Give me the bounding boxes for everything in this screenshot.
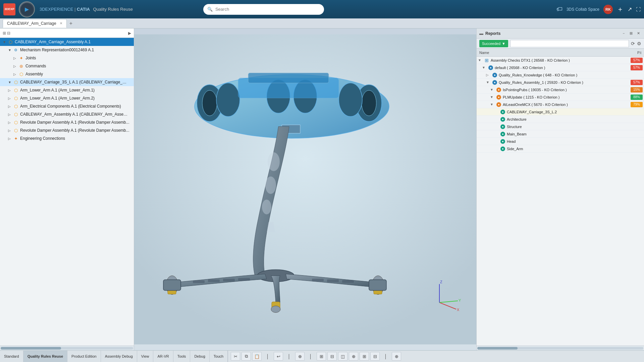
r-item-cableway-l2[interactable]: ● CABLEWAY_Carriage_3S_L.2 xyxy=(477,108,644,116)
tree-revolute-2[interactable]: ▷ ⬡ Revolute Damper Assembly A.1 (Revolu… xyxy=(0,126,134,134)
settings-icon[interactable]: ⚙ xyxy=(637,41,641,46)
tab-tools[interactable]: Tools xyxy=(173,351,191,362)
tool-copy[interactable]: ⧉ xyxy=(241,352,251,361)
user-avatar[interactable]: RK xyxy=(603,5,613,14)
r-item-side-arm[interactable]: ● Side_Arm xyxy=(477,145,644,153)
logo-icon: 3DEXP xyxy=(3,3,15,15)
tab-view-label: View xyxy=(141,354,149,358)
search-input[interactable] xyxy=(215,7,320,12)
tab-standard[interactable]: Standard xyxy=(0,351,23,362)
r-item-qrk[interactable]: ▷ ● Quality_Rules_Knowledge ( 648 - KO C… xyxy=(477,71,644,79)
new-tab-button[interactable]: + xyxy=(67,20,74,26)
reports-hscroll-thumb[interactable] xyxy=(477,347,518,350)
r-item-ipp[interactable]: ▼ ● IsPointingPubs ( 19035 - KO Criterio… xyxy=(477,86,644,94)
tool-cut[interactable]: ✂ xyxy=(231,352,240,361)
tab-view[interactable]: View xyxy=(137,351,154,362)
r-item-plm[interactable]: ▼ ● PLMUpdate ( 1215 - KO Criterion ) 88… xyxy=(477,94,644,101)
r-item-architecture[interactable]: ● Architecture xyxy=(477,116,644,123)
reports-search-input[interactable] xyxy=(513,42,627,46)
tool-annotate[interactable]: ⊞ xyxy=(360,352,369,361)
r-item-main-beam[interactable]: ● Main_Beam xyxy=(477,130,644,138)
add-icon[interactable]: ＋ xyxy=(617,5,624,14)
reports-toolbar: Succeeded ▼ ⟳ ⚙ xyxy=(477,39,644,49)
r-item-assembly-checks[interactable]: ▼ ⊞ Assembly Checks DTX1 ( 26568 - KO Cr… xyxy=(477,57,644,64)
maximize-icon[interactable]: ⛶ xyxy=(636,7,641,12)
tool-measure[interactable]: ⊟ xyxy=(327,352,337,361)
expand-joints: ▷ xyxy=(13,56,18,60)
tab-ar-vr[interactable]: AR-VR xyxy=(153,351,173,362)
svg-rect-11 xyxy=(248,73,329,83)
share-icon[interactable]: ↗ xyxy=(628,6,632,12)
r-icon-plm: ● xyxy=(496,95,502,100)
tree-commands[interactable]: ▷ ⊛ Commands xyxy=(0,62,134,70)
tab-product-edition[interactable]: Product Edition xyxy=(67,351,101,362)
tree-eng-connections-label: Engineering Connections xyxy=(20,136,65,141)
reports-collapse-icon[interactable]: ▬ xyxy=(479,31,483,36)
annotate-icon: ⊞ xyxy=(363,354,366,359)
tree-root[interactable]: ▼ ⬡ CABLEWAY_Arm_Carriage_Assembly A.1 xyxy=(0,38,134,46)
expand-cableway: ▼ xyxy=(8,80,13,84)
refresh-icon[interactable]: ⟳ xyxy=(631,41,635,46)
tab-debug[interactable]: Debug xyxy=(190,351,209,362)
tab-touch[interactable]: Touch xyxy=(210,351,228,362)
revolute-2-icon: ⬡ xyxy=(13,127,19,133)
svg-text:Y: Y xyxy=(459,298,461,302)
tab-close-icon[interactable]: ✕ xyxy=(60,21,62,25)
reports-hscroll[interactable] xyxy=(477,346,644,350)
tree-electrical[interactable]: ▷ ⬡ Arm_Electrical Components A.1 (Elect… xyxy=(0,102,134,110)
status-dropdown[interactable]: Succeeded ▼ xyxy=(479,40,508,47)
tree-arm-lower-2[interactable]: ▷ ⬡ Arm_Lower_Arm A.1 (Arm_Lower_Arm.2) xyxy=(0,94,134,102)
r-circle-icon-10: ● xyxy=(500,132,505,136)
tree-eng-connections[interactable]: ▷ ✦ Engineering Connections xyxy=(0,134,134,142)
reports-hscroll-track[interactable] xyxy=(477,347,643,350)
reports-search[interactable] xyxy=(510,40,629,47)
play-button[interactable]: ▶ xyxy=(19,1,35,17)
viewport[interactable]: X Y Z xyxy=(134,28,476,350)
bookmark-icon[interactable]: 🏷 xyxy=(556,6,562,13)
tool-paste[interactable]: 📋 xyxy=(252,352,262,361)
r-item-almcx[interactable]: ▼ ● AtLeastOneMCX ( 5670 - KO Criterion … xyxy=(477,101,644,108)
reports-close[interactable]: ✕ xyxy=(635,31,641,37)
hscroll-track[interactable] xyxy=(1,347,133,350)
tree-joints[interactable]: ▷ ✦ Joints xyxy=(0,54,134,62)
dropdown-arrow: ▼ xyxy=(502,42,505,46)
search-bar[interactable]: 🔍 xyxy=(203,4,324,15)
sidebar-filter-input[interactable] xyxy=(12,31,128,35)
r-label-structure: Structure xyxy=(507,125,644,129)
commands-icon: ⊛ xyxy=(18,63,24,69)
tab-quality-rules[interactable]: Quality Rules Reuse xyxy=(23,351,67,362)
tool-undo[interactable]: ↩ xyxy=(274,352,283,361)
tool-analyze[interactable]: ⊟ xyxy=(370,352,380,361)
r-item-default[interactable]: ▼ ● default ( 26568 - KO Criterion ) 57% xyxy=(477,64,644,71)
r-icon-assembly: ⊞ xyxy=(484,58,490,63)
app-title: 3DEXPERIENCE | CATIA Quality Rules Reuse xyxy=(40,7,133,12)
tool-extra[interactable]: ⊕ xyxy=(392,352,401,361)
r-item-head[interactable]: ● Head xyxy=(477,138,644,145)
tree-revolute-2-label: Revolute Damper Assembly A.1 (Revolute D… xyxy=(20,128,129,133)
r-item-qra[interactable]: ▼ ● Quality_Rules_Assembly_1 ( 25920 - K… xyxy=(477,79,644,86)
sidebar-search-bar[interactable]: ⊞ ⊟ ▶ xyxy=(0,28,134,38)
tree-mechanism[interactable]: ▼ ⚙ Mechanism Representation00012469 A.1 xyxy=(0,46,134,54)
sidebar-scroll-right[interactable]: ▶ xyxy=(128,31,131,36)
hscroll-thumb[interactable] xyxy=(1,347,61,350)
tree-cableway-carriage[interactable]: ▼ ⬡ CABLEWAY_Carriage_3S_L A.1 (CABLEWAY… xyxy=(0,78,134,86)
tree-assembly[interactable]: ▷ ⬡ Assembly xyxy=(0,70,134,78)
tree-revolute-1[interactable]: ▷ ⬡ Revolute Damper Assembly A.1 (Revolu… xyxy=(0,118,134,126)
tree-arm-assembly[interactable]: ▷ ⬡ CABLEWAY_Arm_Assembly A.1 (CABLEWAY_… xyxy=(0,110,134,118)
tool-section[interactable]: ◫ xyxy=(338,352,347,361)
r-expand-2: ▷ xyxy=(486,73,491,77)
tab-assembly-debug[interactable]: Assembly Debug xyxy=(101,351,137,362)
reports-minimize[interactable]: － xyxy=(621,31,627,37)
tool-move[interactable]: ⊕ xyxy=(295,352,305,361)
r-label-architecture: Architecture xyxy=(507,117,644,121)
tab-cableway[interactable]: CABLEWAY_Arm_Carriage ✕ xyxy=(3,19,67,28)
r-circle-icon-3: ● xyxy=(492,80,497,85)
reports-restore[interactable]: ⊞ xyxy=(628,31,634,37)
reports-col-header: Name P.t xyxy=(477,49,644,57)
r-item-structure[interactable]: ● Structure xyxy=(477,123,644,130)
tree-arm-lower-1[interactable]: ▷ ⬡ Arm_Lower_Arm A.1 (Arm_Lower_Arm.1) xyxy=(0,86,134,94)
tool-explode[interactable]: ⊕ xyxy=(349,352,358,361)
sidebar-hscroll[interactable] xyxy=(0,346,134,350)
reports-tree: ▼ ⊞ Assembly Checks DTX1 ( 26568 - KO Cr… xyxy=(477,57,644,346)
tool-align[interactable]: ⊞ xyxy=(317,352,326,361)
